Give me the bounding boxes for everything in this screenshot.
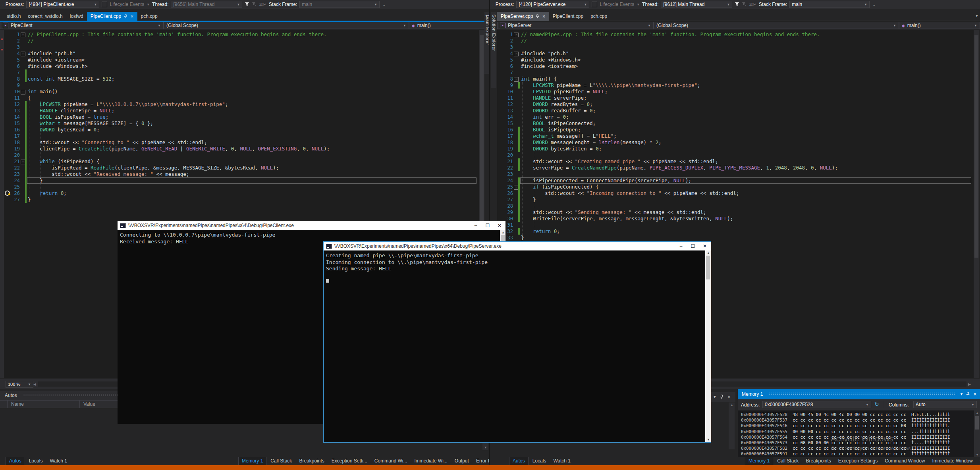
code-line[interactable]: // namedPipes.cpp : This file contains t…	[521, 31, 820, 38]
tab-pch-cpp[interactable]: pch.cpp	[587, 12, 611, 21]
code-line[interactable]: BOOL isPipeOpen;	[521, 127, 581, 133]
memory-row[interactable]: 0x000000E43057F564 cc cc cc cc cc cc cc …	[741, 435, 950, 440]
show-threads-in-source-icon[interactable]: ⇄✂	[259, 2, 266, 7]
tab-autos[interactable]: Autos	[509, 457, 529, 465]
tab-breakpoints[interactable]: Breakpoints	[296, 457, 327, 465]
fold-collapse-icon[interactable]: -	[21, 90, 25, 94]
tab-breakpoints[interactable]: Breakpoints	[803, 457, 834, 465]
console-title-bar[interactable]: \\VBOXSVR\Experiments\namedPipes\namedPi…	[118, 221, 505, 230]
tab-pch-cpp[interactable]: pch.cpp	[137, 12, 161, 21]
code-line[interactable]: BOOL isPipeRead = true;	[28, 114, 108, 120]
tab-exception-settings[interactable]: Exception Settings	[835, 457, 881, 465]
columns-dropdown[interactable]: Auto▼	[913, 401, 977, 408]
memory-row[interactable]: 0x000000E43057F546 cc cc cc cc cc cc cc …	[741, 423, 950, 429]
tab-iosfwd[interactable]: iosfwd	[66, 12, 87, 21]
code-line[interactable]: //	[28, 38, 34, 44]
tab-locals[interactable]: Locals	[26, 457, 46, 465]
fold-collapse-icon[interactable]: -	[514, 77, 519, 82]
tab-stdio-h[interactable]: stdio.h	[3, 12, 24, 21]
scroll-down-icon[interactable]: ▼	[707, 438, 710, 441]
close-button[interactable]: ✕	[699, 242, 711, 250]
scroll-thumb[interactable]	[706, 256, 710, 279]
toolbar-overflow-icon[interactable]: ⌄	[382, 2, 386, 7]
scope-dropdown[interactable]: (Global Scope)▼	[164, 22, 409, 29]
tab-error-list[interactable]: Error List	[473, 457, 490, 465]
stack-frame-dropdown[interactable]: main▼	[299, 1, 380, 8]
code-line[interactable]: #include "pch.h"	[28, 50, 75, 57]
memory-row[interactable]: 0x000000E43057F582 cc cc cc cc cc cc cc …	[741, 446, 950, 451]
filter-flagged-icon[interactable]	[252, 2, 257, 7]
pin-icon[interactable]	[124, 14, 127, 19]
code-line[interactable]: #include <Windows.h>	[521, 57, 581, 63]
scope-dropdown[interactable]: (Global Scope)▼	[654, 22, 899, 29]
column-value[interactable]: Value	[83, 401, 95, 407]
memory-scrollbar[interactable]: ▲ ▼	[974, 410, 980, 457]
tab-immediate-window[interactable]: Immediate Window	[929, 457, 976, 465]
tab-call-stack[interactable]: Call Stack	[774, 457, 802, 465]
scroll-thumb[interactable]	[974, 35, 978, 258]
code-line[interactable]: isPipeRead = ReadFile(clientPipe, &messa…	[28, 165, 279, 171]
code-line[interactable]: #include <iostream>	[28, 57, 85, 63]
pin-icon[interactable]	[536, 14, 539, 19]
maximize-button[interactable]: ☐	[687, 242, 699, 250]
autos-scrollbar[interactable]: ▲	[729, 403, 735, 449]
memory-row[interactable]: 0x000000E43057F573 cc 08 00 00 00 cc cc …	[741, 440, 950, 446]
scroll-down-icon[interactable]: ▼	[976, 453, 979, 457]
code-line[interactable]: int err = 0;	[521, 114, 569, 120]
zoom-level-dropdown[interactable]: 100 %▼	[6, 381, 33, 388]
minimize-button[interactable]: –	[675, 242, 687, 250]
memory-row[interactable]: 0x000000E43057F591 cc cc cc cc cc cc cc …	[741, 451, 950, 457]
tab-watch-1[interactable]: Watch 1	[550, 457, 574, 465]
close-icon[interactable]: ✕	[130, 14, 133, 19]
code-line[interactable]: DWORD readBuffer = 0;	[521, 108, 596, 114]
document-list-chevron-icon[interactable]: ▼	[975, 14, 978, 18]
tab-corecrt-wstdio-h[interactable]: corecrt_wstdio.h	[24, 12, 66, 21]
refresh-icon[interactable]: ↻	[874, 401, 879, 407]
tab-locals[interactable]: Locals	[529, 457, 550, 465]
code-line[interactable]: std::wcout << "Sending message: " << mes…	[521, 209, 706, 216]
memory-row[interactable]: 0x000000E43057F537 cc cc cc cc cc cc cc …	[741, 418, 950, 423]
code-line[interactable]: return 0;	[521, 228, 560, 235]
tab-call-stack[interactable]: Call Stack	[267, 457, 295, 465]
close-icon[interactable]: ✕	[726, 392, 732, 402]
toolbar-grip[interactable]: ⁞	[2, 2, 3, 7]
filter-threads-icon[interactable]	[735, 2, 739, 7]
code-line[interactable]: HANDLE clientPipe = NULL;	[28, 108, 114, 114]
code-line[interactable]: }	[521, 196, 536, 203]
scroll-up-icon[interactable]: ▲	[976, 411, 979, 415]
process-dropdown[interactable]: [4984] PipeClient.exe▼	[26, 1, 99, 8]
memory-row[interactable]: 0x000000E43057F555 00 00 00 cc cc cc cc …	[741, 429, 950, 435]
editor-vertical-scrollbar[interactable]	[974, 30, 979, 378]
code-line[interactable]: BOOL isPipeConnected;	[521, 120, 596, 127]
chevron-down-icon[interactable]: ▼	[960, 389, 963, 399]
code-line[interactable]: while (isPipeRead) {	[28, 158, 100, 165]
tab-exception-setti-[interactable]: Exception Setti...	[328, 457, 370, 465]
filter-threads-icon[interactable]	[245, 2, 249, 7]
code-line[interactable]: std::wcout << "Incoming connection to " …	[521, 190, 739, 196]
code-line[interactable]: if (isPipeConnected) {	[521, 184, 599, 190]
chevron-down-icon[interactable]: ▼	[712, 392, 718, 402]
fold-collapse-icon[interactable]: -	[514, 33, 519, 37]
code-line[interactable]: //	[521, 38, 527, 44]
code-line[interactable]: std::wcout << "Creating named pipe " << …	[521, 158, 718, 165]
thread-dropdown[interactable]: [9612] Main Thread▼	[661, 1, 732, 8]
tab-pipeclient-cpp[interactable]: PipeClient.cpp✕	[87, 12, 137, 21]
code-line[interactable]: DWORD readBytes = 0;	[521, 101, 593, 108]
address-input[interactable]: 0x000000E43057F528▼	[762, 401, 871, 408]
memory-hex-view[interactable]: ▲ ▼ 0x000000E43057F528 48 00 45 00 4c 00…	[738, 410, 980, 457]
code-line[interactable]: LPCWSTR pipeName = L"\\\\10.0.0.7\\pipe\…	[28, 101, 228, 108]
tab-output[interactable]: Output	[977, 457, 980, 465]
tab-memory-1[interactable]: Memory 1	[238, 457, 266, 465]
close-icon[interactable]: ✕	[973, 389, 977, 399]
lifecycle-events-button[interactable]: Lifecycle Events	[110, 2, 144, 7]
fold-collapse-icon[interactable]: -	[21, 33, 25, 37]
code-line[interactable]: LPVOID pipeBuffer = NULL;	[521, 89, 608, 95]
console-output[interactable]: ▲ ▼ Creating named pipe \\.\pipe\mantvyd…	[324, 250, 711, 442]
scroll-up-icon[interactable]: ▲	[502, 231, 505, 234]
process-dropdown[interactable]: [4120] PipeServer.exe▼	[516, 1, 589, 8]
code-line[interactable]: }	[28, 196, 31, 203]
code-line[interactable]: const int MESSAGE_SIZE = 512;	[28, 76, 114, 82]
tab-output[interactable]: Output	[451, 457, 472, 465]
code-line[interactable]: #include "pch.h"	[521, 50, 569, 57]
method-dropdown[interactable]: ◆ main()▼	[409, 22, 490, 29]
